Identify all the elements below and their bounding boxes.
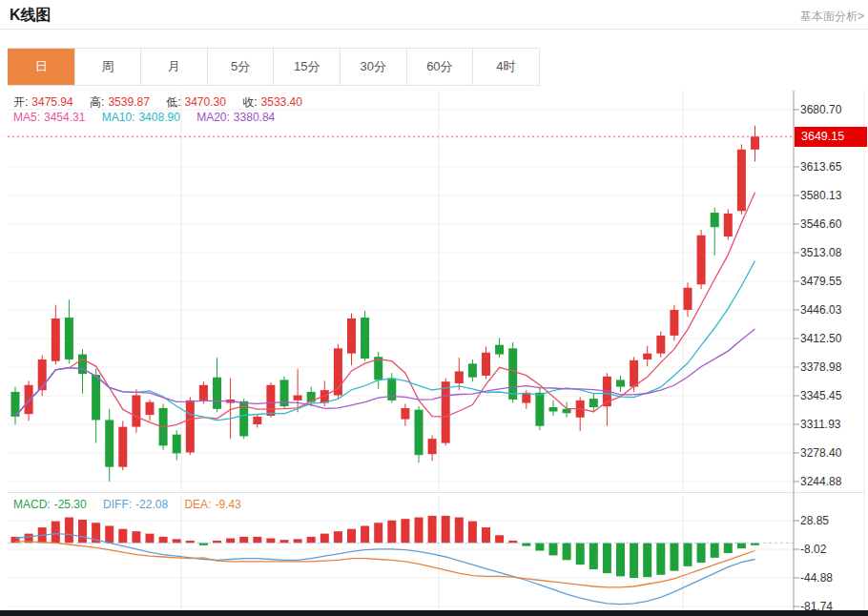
tab-60min[interactable]: 60分 bbox=[406, 49, 473, 85]
price-axis-label: 3580.13 bbox=[800, 189, 841, 203]
diff-value: -22.08 bbox=[135, 498, 168, 511]
tab-week[interactable]: 周 bbox=[74, 49, 141, 85]
tab-month[interactable]: 月 bbox=[140, 49, 207, 85]
macd-axis-label: -8.02 bbox=[800, 543, 826, 557]
bottom-bar bbox=[0, 610, 868, 616]
ma5-label: MA5: bbox=[13, 111, 40, 124]
price-axis-label: 3513.08 bbox=[800, 246, 841, 260]
macd-axis-label: 28.85 bbox=[800, 514, 829, 528]
high-value: 3539.87 bbox=[108, 95, 149, 109]
close-label: 收: bbox=[242, 95, 257, 109]
title-divider bbox=[0, 29, 868, 30]
kline-chart[interactable] bbox=[0, 89, 868, 616]
high-label: 高: bbox=[90, 95, 104, 109]
tab-5min[interactable]: 5分 bbox=[207, 49, 274, 85]
fundamental-analysis-link[interactable]: 基本面分析> bbox=[800, 9, 864, 25]
price-axis-label: 3479.55 bbox=[800, 275, 841, 289]
dea-label: DEA: bbox=[184, 498, 211, 511]
price-axis-label: 3278.40 bbox=[800, 446, 841, 461]
low-label: 低: bbox=[166, 95, 180, 109]
price-axis-label: 3412.50 bbox=[800, 332, 841, 346]
page-title: K线图 bbox=[10, 6, 52, 26]
price-axis-label: 3680.70 bbox=[800, 103, 841, 117]
macd-axis-label: -44.88 bbox=[800, 571, 833, 585]
price-axis-label: 3613.65 bbox=[800, 160, 841, 175]
price-axis-label: 3378.98 bbox=[800, 360, 841, 375]
ma10-value: 3408.90 bbox=[138, 111, 179, 124]
macd-legend: MACD:-25.30 DIFF:-22.08 DEA:-9.43 bbox=[13, 498, 245, 511]
period-tabbar: 日 周 月 5分 15分 30分 60分 4时 bbox=[8, 48, 540, 86]
price-axis-label: 3311.93 bbox=[800, 418, 841, 432]
open-label: 开: bbox=[13, 95, 28, 109]
current-price-tag: 3649.15 bbox=[795, 127, 867, 147]
low-value: 3470.30 bbox=[185, 95, 226, 109]
ma-legend: MA5:3454.31 MA10:3408.90 MA20:3380.84 bbox=[13, 111, 279, 124]
price-axis-label: 3546.60 bbox=[800, 217, 841, 232]
price-axis-label: 3244.88 bbox=[800, 475, 841, 489]
macd-value: -25.30 bbox=[54, 498, 87, 511]
ma20-label: MA20: bbox=[196, 111, 230, 124]
tab-30min[interactable]: 30分 bbox=[340, 49, 406, 85]
open-value: 3475.94 bbox=[31, 95, 72, 109]
tab-day[interactable]: 日 bbox=[8, 49, 74, 85]
ma20-value: 3380.84 bbox=[234, 111, 275, 124]
macd-label: MACD: bbox=[13, 498, 51, 511]
diff-label: DIFF: bbox=[103, 498, 132, 511]
tab-4hour[interactable]: 4时 bbox=[472, 49, 539, 85]
ma10-label: MA10: bbox=[102, 111, 135, 124]
ohlc-readout: 开:3475.94 高:3539.87 低:3470.30 收:3533.40 bbox=[13, 94, 306, 111]
dea-value: -9.43 bbox=[215, 498, 240, 511]
close-value: 3533.40 bbox=[261, 95, 302, 109]
price-axis-label: 3345.45 bbox=[800, 389, 841, 403]
ma5-value: 3454.31 bbox=[44, 111, 85, 124]
tab-15min[interactable]: 15分 bbox=[273, 49, 340, 85]
price-axis-label: 3446.03 bbox=[800, 303, 841, 318]
